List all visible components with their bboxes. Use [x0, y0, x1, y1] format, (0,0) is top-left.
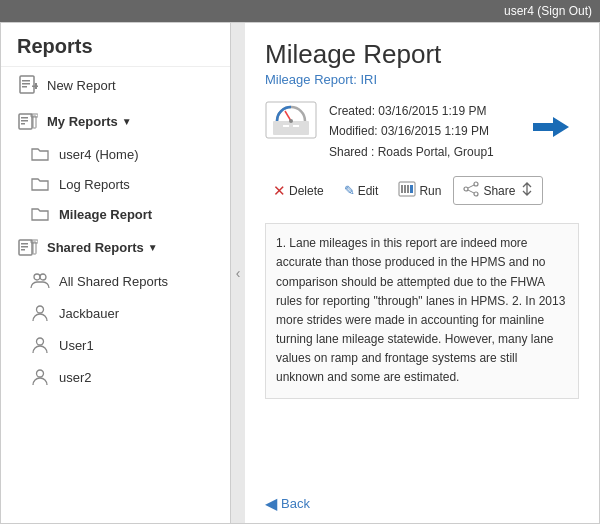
user-icon-user2 [29, 368, 51, 386]
svg-marker-29 [533, 117, 569, 137]
svg-point-37 [464, 187, 468, 191]
back-button[interactable]: ◀ Back [265, 494, 310, 513]
content-subtitle: Mileage Report: IRI [265, 72, 579, 87]
sidebar-title: Reports [1, 23, 230, 67]
svg-rect-9 [21, 123, 25, 125]
delete-label: Delete [289, 184, 324, 198]
svg-point-35 [474, 182, 478, 186]
svg-rect-10 [33, 116, 36, 128]
share-button[interactable]: Share [453, 176, 543, 205]
sidebar-item-user4-label: user4 (Home) [59, 147, 138, 162]
sidebar-item-jackbauer[interactable]: Jackbauer [1, 297, 230, 329]
delete-button[interactable]: ✕ Delete [265, 178, 332, 204]
shared-reports-icon [17, 237, 39, 257]
svg-rect-34 [410, 185, 413, 193]
sidebar-item-new-report[interactable]: New Report [1, 67, 230, 103]
folder-icon-user4 [29, 146, 51, 162]
back-bar: ◀ Back [265, 494, 310, 513]
sidebar-collapse-handle[interactable]: ‹ [231, 23, 245, 523]
created-text: Created: 03/16/2015 1:19 PM [329, 101, 494, 121]
back-label: Back [281, 496, 310, 511]
sidebar-item-all-shared[interactable]: All Shared Reports [1, 265, 230, 297]
sidebar-item-new-report-label: New Report [47, 78, 116, 93]
run-label: Run [419, 184, 441, 198]
svg-rect-33 [407, 185, 409, 193]
main-layout: Reports New Report [0, 22, 600, 524]
svg-rect-26 [293, 125, 299, 127]
svg-rect-8 [21, 120, 28, 122]
sidebar-item-jackbauer-label: Jackbauer [59, 306, 119, 321]
user-icon-user1 [29, 336, 51, 354]
sidebar-item-mileage-label: Mileage Report [59, 207, 152, 222]
my-reports-icon [17, 111, 39, 131]
svg-point-36 [474, 192, 478, 196]
svg-rect-16 [33, 242, 36, 254]
svg-rect-14 [21, 246, 28, 248]
svg-rect-25 [283, 125, 289, 127]
sidebar-item-log-reports[interactable]: Log Reports [1, 169, 230, 199]
svg-rect-1 [22, 80, 30, 82]
edit-icon: ✎ [344, 183, 355, 198]
folder-icon-mileage [29, 206, 51, 222]
edit-label: Edit [358, 184, 379, 198]
share-arrows-icon [520, 182, 534, 199]
svg-rect-13 [21, 243, 28, 245]
user-icon-jackbauer [29, 304, 51, 322]
svg-rect-2 [22, 83, 30, 85]
folder-icon-log [29, 176, 51, 192]
shared-text: Shared : Roads Portal, Group1 [329, 142, 494, 162]
svg-rect-5 [32, 86, 38, 88]
collapse-arrow: ‹ [236, 265, 241, 281]
top-bar: user4 (Sign Out) [0, 0, 600, 22]
sidebar-item-all-shared-label: All Shared Reports [59, 274, 168, 289]
run-icon [398, 181, 416, 200]
svg-point-18 [34, 274, 40, 280]
svg-rect-3 [22, 86, 27, 88]
report-speedometer-icon [265, 101, 317, 142]
delete-icon: ✕ [273, 182, 286, 200]
share-label: Share [483, 184, 515, 198]
svg-point-22 [37, 370, 44, 377]
svg-line-39 [468, 190, 474, 193]
sidebar-item-user2[interactable]: user2 [1, 361, 230, 393]
user-sign-out[interactable]: user4 (Sign Out) [504, 4, 592, 18]
report-meta: Created: 03/16/2015 1:19 PM Modified: 03… [265, 101, 579, 162]
action-bar: ✕ Delete ✎ Edit Run [265, 172, 579, 209]
sidebar-item-user4-home[interactable]: user4 (Home) [1, 139, 230, 169]
run-button[interactable]: Run [390, 177, 449, 204]
group-icon [29, 272, 51, 290]
back-arrow-icon: ◀ [265, 494, 277, 513]
svg-line-38 [468, 185, 474, 188]
report-meta-info: Created: 03/16/2015 1:19 PM Modified: 03… [329, 101, 494, 162]
content-area: Mileage Report Mileage Report: IRI [245, 23, 599, 523]
my-reports-label: My Reports [47, 114, 118, 129]
svg-point-21 [37, 338, 44, 345]
my-reports-caret: ▼ [122, 116, 132, 127]
sidebar-section-shared-reports[interactable]: Shared Reports ▼ [1, 229, 230, 265]
svg-point-19 [40, 274, 46, 280]
sidebar-item-user1[interactable]: User1 [1, 329, 230, 361]
svg-rect-31 [401, 185, 403, 193]
sidebar-item-user1-label: User1 [59, 338, 94, 353]
svg-rect-32 [404, 185, 406, 193]
sidebar: Reports New Report [1, 23, 231, 523]
modified-text: Modified: 03/16/2015 1:19 PM [329, 121, 494, 141]
sidebar-item-user2-label: user2 [59, 370, 92, 385]
sidebar-item-mileage-report[interactable]: Mileage Report [1, 199, 230, 229]
share-icon [462, 181, 480, 200]
svg-rect-7 [21, 117, 28, 119]
shared-reports-caret: ▼ [148, 242, 158, 253]
svg-rect-24 [273, 121, 309, 135]
shared-reports-label: Shared Reports [47, 240, 144, 255]
sidebar-section-my-reports[interactable]: My Reports ▼ [1, 103, 230, 139]
edit-button[interactable]: ✎ Edit [336, 179, 387, 202]
new-report-icon [17, 75, 39, 95]
arrow-indicator [533, 115, 569, 145]
svg-point-20 [37, 306, 44, 313]
svg-point-28 [289, 119, 293, 123]
sidebar-item-log-reports-label: Log Reports [59, 177, 130, 192]
page-title: Mileage Report [265, 39, 579, 70]
description-text: 1. Lane mileages in this report are inde… [265, 223, 579, 399]
svg-rect-15 [21, 249, 25, 251]
